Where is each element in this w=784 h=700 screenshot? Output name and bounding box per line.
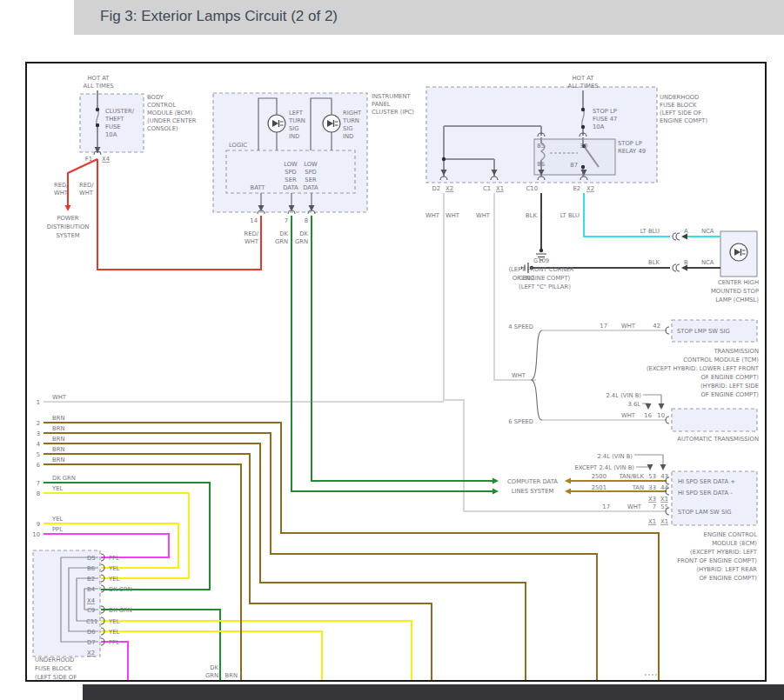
diagram-label: ENGINE CONTROL: [704, 531, 758, 538]
diagram-label: PANEL: [372, 101, 391, 108]
diagram-label: DK: [299, 230, 308, 237]
diagram-label: OF ENGINE COMPT): [701, 391, 760, 398]
diagram-label: HI SPD SER DATA +: [678, 478, 735, 485]
diagram-label: COMPUTER DATA: [507, 478, 558, 485]
diagram-label: 3.6L: [627, 401, 640, 408]
diagram-label: INSTRUMENT: [372, 93, 411, 100]
diagram-label: THEFT: [104, 116, 124, 123]
diagram-label: LOW: [304, 161, 318, 168]
diagram-label: FUSE: [105, 123, 121, 130]
diagram-label: D2: [432, 185, 440, 192]
junction-dot: [581, 165, 585, 169]
diagram-label: (LEFT SIDE OF: [660, 110, 701, 117]
diagram-label: FRONT OF ENGINE COMPT): [677, 557, 757, 564]
screenshot-stage: Fig 3: Exterior Lamps Circuit (2 of 2) H…: [0, 0, 784, 700]
diagram-label: BATT: [251, 184, 266, 191]
diagram-label: OF ENGINE COMPT): [701, 374, 760, 381]
diagram-label: OF ENGINE COMPT): [700, 575, 758, 582]
component-box: [672, 409, 757, 431]
diagram-label: DK GRN: [109, 607, 132, 614]
diagram-label: X1: [496, 185, 504, 192]
diagram-label: YEL: [108, 565, 119, 572]
diagram-label: 7: [653, 503, 656, 510]
diagram-label: BLK: [648, 259, 660, 266]
diagram-label: SPD: [305, 169, 317, 176]
diagram-label: POWER: [57, 215, 78, 222]
diagram-label: MOUNTED STOP: [711, 288, 759, 295]
diagram-label: X1: [648, 518, 656, 525]
diagram-label: WHT: [54, 190, 69, 197]
junction-dot: [96, 123, 99, 127]
diagram-label: 2501: [592, 484, 606, 491]
diagram-label: SYSTEM: [56, 232, 79, 239]
diagram-label: ALL TIMES: [83, 83, 113, 90]
diagram-label: 2.4L (VIN B): [597, 453, 633, 460]
diagram-label: (LEFT FRONT CORNER: [508, 266, 573, 273]
diagram-label: 2.4L (VIN B): [606, 392, 641, 399]
diagram-label: C9: [87, 607, 95, 614]
diagram-label: 87: [570, 162, 578, 169]
diagram-label: WHT: [79, 190, 94, 197]
diagram-label: 7: [285, 217, 288, 224]
diagram-label: D5: [87, 555, 96, 562]
diagram-label: 85: [537, 143, 545, 150]
diagram-label: WHT: [512, 372, 526, 379]
diagram-label: YEL: [108, 618, 119, 625]
diagram-label: STOP LP: [593, 108, 617, 115]
diagram-label: X2: [586, 185, 594, 192]
diagram-label: YEL: [51, 516, 63, 523]
diagram-label: F1: [85, 156, 92, 163]
diagram-label: CONSOLE): [147, 125, 178, 132]
diagram-label: 86: [537, 161, 545, 168]
diagram-label: 42: [653, 323, 660, 330]
diagram-label: RIGHT: [343, 110, 362, 117]
diagram-label: 8: [305, 217, 308, 224]
junction-dot: [96, 108, 99, 111]
diagram-label: 10: [32, 531, 40, 538]
diagram-label: WHT: [476, 212, 491, 219]
diagram-label: B4: [87, 586, 95, 593]
diagram-label: WHT: [446, 212, 460, 219]
diagram-label: X2: [446, 185, 453, 192]
diagram-label: D6: [87, 629, 96, 636]
diagram-label: LT BLU: [560, 212, 580, 219]
diagram-label: HOT AT: [572, 75, 594, 82]
diagram-label: LEFT: [289, 110, 304, 117]
junction-dot: [442, 157, 446, 161]
diagram-label: TURN: [288, 117, 305, 124]
wiring-diagram: HOT ATALL TIMESCLUSTER/THEFTFUSE10ABODYC…: [0, 0, 784, 700]
diagram-label: CONTROL: [147, 102, 176, 109]
diagram-label: HOT AT: [87, 75, 110, 82]
diagram-label: DK GRN: [52, 475, 76, 482]
diagram-label: 4: [37, 441, 40, 448]
diagram-label: STOP LMP SW SIG: [677, 328, 730, 335]
diagram-label: RED/: [54, 182, 69, 189]
diagram-label: RED/: [244, 230, 258, 237]
bottom-bar: [83, 684, 784, 700]
diagram-label: GRN: [205, 672, 218, 679]
diagram-label: CONTROL MODULE (TCM): [683, 357, 759, 363]
diagram-label: SIG: [343, 125, 353, 132]
diagram-label: TURN: [342, 117, 359, 124]
diagram-label: SPD: [285, 169, 297, 176]
diagram-label: 8: [37, 490, 40, 497]
diagram-label: 1: [37, 399, 40, 406]
diagram-label: G302: [519, 275, 534, 282]
diagram-label: PPL: [109, 555, 119, 562]
diagram-label: 6: [37, 462, 40, 469]
diagram-label: SIG: [289, 125, 299, 132]
diagram-label: X2: [87, 650, 95, 657]
junction-dot: [581, 125, 585, 129]
diagram-label: UNDERHOOD: [35, 657, 74, 663]
diagram-label: 6 SPEED: [508, 418, 533, 425]
diagram-label: ALL TIMES: [567, 83, 598, 90]
diagram-label: TAN: [632, 484, 644, 491]
diagram-label: C10: [526, 185, 538, 192]
diagram-label: NCA: [701, 228, 714, 235]
diagram-label: TRANSMISSION: [713, 348, 759, 355]
diagram-label: 10: [657, 412, 665, 419]
diagram-label: 7: [37, 480, 40, 487]
diagram-label: YEL: [108, 629, 119, 636]
diagram-label: X4: [102, 156, 110, 163]
diagram-label: C1: [483, 185, 491, 192]
